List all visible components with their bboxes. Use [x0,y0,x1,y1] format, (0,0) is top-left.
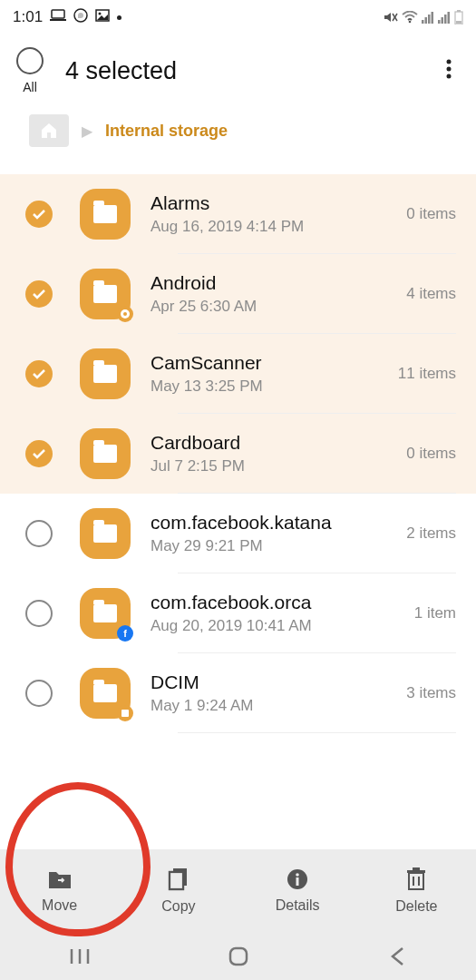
file-date: May 1 9:24 AM [151,697,397,715]
nav-home-button[interactable] [202,946,275,966]
svg-rect-15 [448,12,451,24]
svg-rect-9 [425,17,428,24]
nav-back-button[interactable] [361,946,433,966]
row-checkbox[interactable] [25,600,53,627]
delete-label: Delete [395,898,437,915]
svg-rect-11 [432,12,434,24]
svg-rect-33 [409,873,423,889]
copy-icon [168,867,189,891]
file-name: com.facebook.katana [151,512,397,534]
svg-point-31 [296,873,299,877]
check-icon [32,448,46,459]
row-checkbox[interactable] [25,520,53,547]
wifi-icon [402,11,418,24]
row-text: AlarmsAug 16, 2019 4:14 PM [151,192,397,236]
file-date: May 13 3:25 PM [151,377,389,396]
mute-icon [384,11,398,24]
move-icon [47,868,73,890]
folder-icon: f [80,588,131,639]
file-name: Alarms [151,192,397,214]
svg-rect-12 [438,20,441,24]
folder-icon [80,269,131,319]
folder-icon [80,668,131,719]
file-row[interactable]: AlarmsAug 16, 2019 4:14 PM0 items [0,174,476,254]
svg-rect-35 [413,867,420,870]
delete-button[interactable]: Delete [357,849,476,933]
chevron-right-icon: ▶ [82,122,92,140]
info-icon [287,868,308,890]
row-text: com.facebook.katanaMay 29 9:21 PM [151,512,397,555]
more-vertical-icon [446,59,452,83]
copy-button[interactable]: Copy [119,849,238,933]
svg-point-20 [447,67,452,72]
svg-rect-18 [456,21,461,24]
svg-rect-41 [230,948,247,965]
nav-home-icon [228,946,248,966]
file-count: 1 item [414,604,456,622]
file-count: 3 items [406,684,456,702]
breadcrumb-location[interactable]: Internal storage [105,122,228,141]
svg-rect-32 [296,877,299,886]
file-row[interactable]: AndroidApr 25 6:30 AM4 items [0,254,476,334]
signal2-icon [438,11,451,24]
folder-icon [80,428,131,479]
details-label: Details [276,897,320,914]
trash-icon [406,867,426,891]
file-date: May 29 9:21 PM [151,537,397,555]
svg-rect-8 [422,20,424,24]
nav-recents-button[interactable] [44,947,116,965]
select-all-circle-icon [16,47,44,74]
page-title: 4 selected [65,57,438,85]
file-row[interactable]: com.facebook.katanaMay 29 9:21 PM2 items [0,494,476,573]
selection-header: All 4 selected [0,29,476,102]
svg-rect-1 [50,19,66,21]
file-row[interactable]: CardboardJul 7 2:15 PM0 items [0,414,476,494]
dot-icon [117,15,121,20]
file-count: 0 items [406,445,456,463]
file-date: Apr 25 6:30 AM [151,298,397,316]
row-text: AndroidApr 25 6:30 AM [151,272,397,316]
breadcrumb-home-button[interactable] [29,114,69,147]
svg-rect-34 [407,870,425,873]
row-checkbox[interactable] [25,280,53,308]
file-row[interactable]: DCIMMay 1 9:24 AM3 items [0,653,476,733]
svg-rect-28 [170,872,183,889]
whatsapp-icon [73,8,88,27]
file-count: 2 items [406,524,456,543]
select-all-toggle[interactable]: All [16,47,44,94]
sd-badge-icon [117,705,133,721]
row-checkbox[interactable] [25,680,53,707]
laptop-icon [50,8,66,26]
divider [178,732,456,733]
file-row[interactable]: fcom.facebook.orcaAug 20, 2019 10:41 AM1… [0,573,476,653]
file-row[interactable]: CamScannerMay 13 3:25 PM11 items [0,334,476,414]
svg-point-4 [99,13,102,15]
file-count: 4 items [406,285,456,303]
row-text: DCIMMay 1 9:24 AM [151,671,397,715]
details-button[interactable]: Details [238,849,357,933]
check-icon [32,289,46,299]
home-icon [40,122,58,139]
row-checkbox[interactable] [25,201,53,228]
file-name: Cardboard [151,432,397,454]
row-checkbox[interactable] [25,360,53,387]
file-count: 0 items [406,205,456,223]
status-bar: 1:01 [0,0,476,29]
more-menu-button[interactable] [438,59,460,83]
svg-text:f: f [123,628,127,639]
svg-rect-13 [442,17,444,24]
svg-rect-25 [121,710,129,717]
copy-label: Copy [161,898,195,915]
file-name: DCIM [151,671,397,693]
svg-point-19 [447,60,452,64]
file-name: Android [151,272,397,294]
nav-bar [0,933,476,980]
gallery-icon [95,8,110,26]
svg-point-23 [123,312,127,316]
file-name: CamScanner [151,352,389,374]
move-button[interactable]: Move [0,849,119,933]
folder-icon [80,508,131,559]
row-checkbox[interactable] [25,440,53,467]
file-date: Aug 16, 2019 4:14 PM [151,218,397,236]
svg-point-7 [409,21,412,24]
